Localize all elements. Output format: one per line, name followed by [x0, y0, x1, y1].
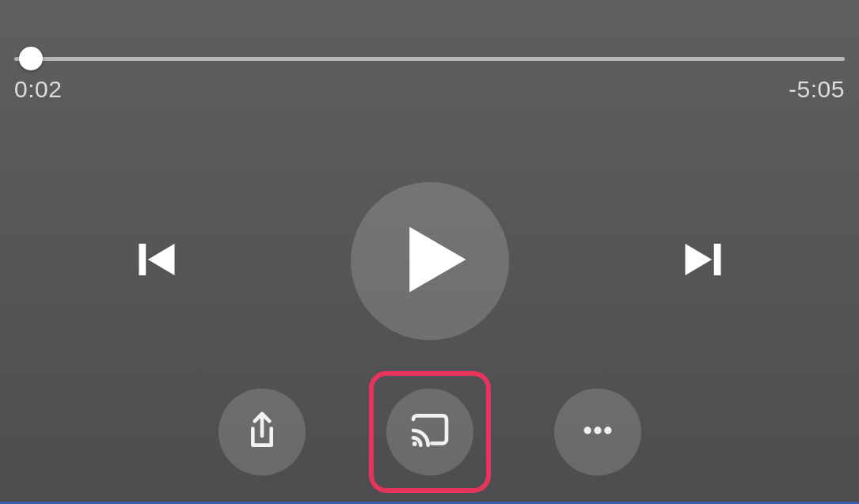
more-options-button[interactable]: [554, 388, 641, 476]
cast-highlight: [369, 371, 491, 493]
share-icon: [240, 408, 284, 456]
cast-icon: [408, 408, 452, 456]
svg-point-5: [594, 426, 601, 434]
more-icon: [576, 408, 620, 456]
skip-next-icon: [679, 236, 727, 286]
svg-point-6: [604, 426, 611, 434]
next-track-button[interactable]: [675, 233, 731, 289]
play-icon: [388, 220, 472, 302]
share-button[interactable]: [219, 388, 306, 476]
transport-controls: [0, 182, 859, 340]
svg-point-4: [583, 426, 591, 434]
elapsed-time: 0:02: [14, 76, 62, 103]
media-player: 0:02 -5:05: [0, 0, 859, 504]
time-labels: 0:02 -5:05: [14, 76, 845, 103]
progress-knob[interactable]: [19, 47, 43, 70]
progress-scrubber[interactable]: [14, 46, 845, 71]
previous-track-button[interactable]: [129, 233, 184, 289]
cast-button[interactable]: [386, 388, 473, 476]
remaining-time: -5:05: [789, 76, 845, 103]
play-button[interactable]: [351, 182, 509, 340]
svg-rect-1: [713, 244, 720, 275]
skip-previous-icon: [133, 236, 181, 286]
action-row: [0, 371, 859, 493]
progress-track: [14, 57, 845, 61]
svg-rect-0: [139, 244, 146, 275]
svg-point-3: [412, 441, 416, 446]
